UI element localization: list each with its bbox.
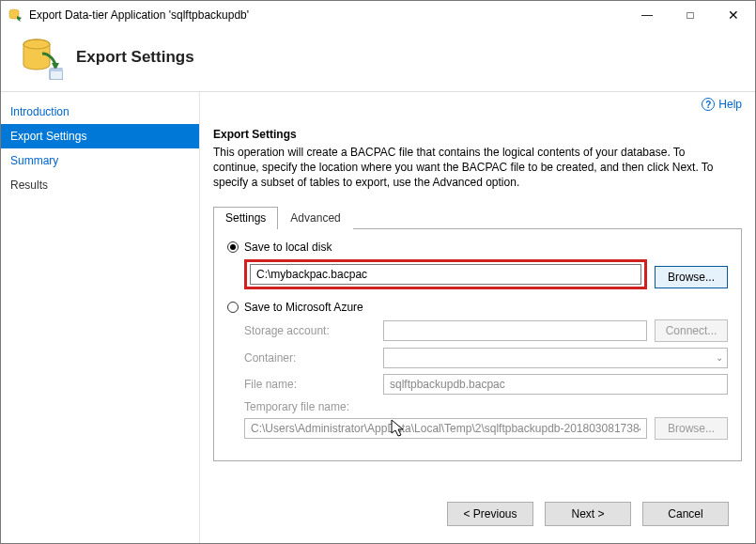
help-link[interactable]: ? Help (702, 98, 742, 111)
temp-filename-label: Temporary file name: (244, 400, 728, 413)
nav-export-settings[interactable]: Export Settings (1, 124, 199, 148)
nav-results[interactable]: Results (1, 173, 199, 197)
wizard-body: Introduction Export Settings Summary Res… (1, 92, 755, 543)
nav-summary[interactable]: Summary (1, 148, 199, 173)
container-select: ⌄ (383, 348, 728, 368)
tab-advanced[interactable]: Advanced (278, 207, 352, 229)
main-panel: ? Help Export Settings This operation wi… (200, 92, 755, 543)
nav-introduction[interactable]: Introduction (1, 100, 199, 124)
storage-account-input (383, 320, 647, 341)
radio-icon (227, 302, 239, 313)
section-title: Export Settings (213, 128, 742, 141)
chevron-down-icon: ⌄ (716, 352, 723, 363)
help-icon: ? (702, 98, 715, 111)
window-title: Export Data-tier Application 'sqlftpback… (29, 8, 625, 22)
svg-rect-4 (50, 69, 63, 71)
minimize-button[interactable]: — (625, 1, 669, 29)
local-path-highlight (244, 259, 647, 289)
wizard-header: Export Settings (1, 29, 755, 91)
local-path-row: Browse... (244, 259, 728, 295)
next-button[interactable]: Next > (545, 502, 631, 526)
browse-temp-button: Browse... (655, 417, 728, 440)
app-icon (8, 8, 23, 23)
previous-button[interactable]: < Previous (447, 502, 533, 526)
page-title: Export Settings (76, 48, 194, 67)
filename-row: File name: (244, 374, 728, 395)
local-path-input[interactable] (250, 264, 641, 285)
container-row: Container: ⌄ (244, 348, 728, 368)
section-description: This operation will create a BACPAC file… (213, 145, 720, 191)
filename-input (383, 374, 728, 395)
titlebar: Export Data-tier Application 'sqlftpback… (1, 1, 755, 29)
radio-icon (227, 241, 239, 253)
radio-save-local[interactable]: Save to local disk (227, 241, 728, 254)
container-label: Container: (244, 351, 376, 365)
wizard-footer: < Previous Next > Cancel (213, 492, 742, 536)
cancel-button[interactable]: Cancel (642, 502, 729, 526)
radio-save-azure-label: Save to Microsoft Azure (244, 301, 363, 314)
radio-save-azure[interactable]: Save to Microsoft Azure (227, 301, 728, 314)
wizard-nav: Introduction Export Settings Summary Res… (1, 92, 200, 543)
radio-save-local-label: Save to local disk (244, 241, 332, 254)
close-button[interactable]: ✕ (712, 1, 755, 29)
help-label: Help (718, 98, 742, 111)
wizard-window: Export Data-tier Application 'sqlftpback… (0, 0, 756, 544)
temp-filename-input (244, 418, 647, 439)
temp-filename-row: Browse... (244, 417, 728, 440)
tab-content-settings: Save to local disk Browse... Save to Mic… (213, 229, 742, 461)
connect-button: Connect... (655, 319, 728, 342)
tab-settings[interactable]: Settings (213, 207, 278, 229)
tab-strip: Settings Advanced (213, 206, 742, 229)
storage-account-label: Storage account: (244, 324, 376, 337)
maximize-button[interactable]: □ (669, 1, 712, 29)
browse-local-button[interactable]: Browse... (655, 266, 728, 288)
database-export-icon (18, 35, 63, 80)
storage-account-row: Storage account: Connect... (244, 319, 728, 342)
window-controls: — □ ✕ (625, 1, 755, 29)
filename-label: File name: (244, 378, 376, 391)
